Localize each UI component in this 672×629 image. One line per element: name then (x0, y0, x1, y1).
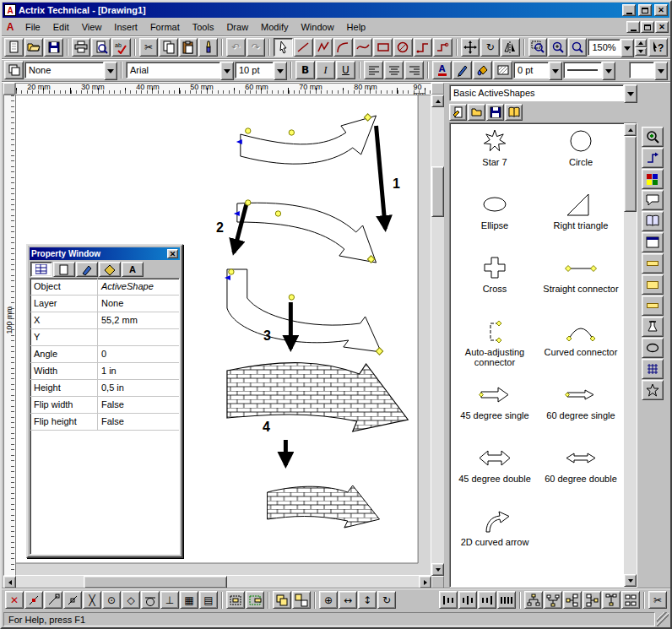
grid-strip-button[interactable] (642, 359, 664, 379)
help-pointer-button[interactable]: ? (648, 38, 668, 57)
zoom-combo[interactable]: 150% (588, 39, 634, 56)
font-color-button[interactable]: A (432, 61, 452, 79)
layer-value[interactable]: None (24, 62, 104, 79)
scroll-down-button[interactable] (624, 574, 637, 587)
structure-tree-button-5[interactable] (602, 591, 621, 609)
line-style-value[interactable] (563, 62, 602, 79)
title-bar[interactable]: A Actrix Technical - [Drawing1] ✕ (3, 3, 669, 18)
library-combo[interactable]: Basic ActiveShapes (449, 84, 637, 101)
line-end-value[interactable] (629, 62, 654, 79)
rotate-90-button[interactable]: ↻ (377, 591, 396, 609)
flask-strip-button[interactable] (642, 317, 664, 337)
property-window-titlebar[interactable]: Property Window ✕ (30, 247, 180, 260)
zoom-dropdown-button[interactable] (621, 39, 634, 57)
fill-color-button[interactable] (473, 61, 492, 79)
close-button[interactable]: ✕ (654, 4, 668, 16)
font-dropdown-button[interactable] (220, 62, 234, 80)
property-row[interactable]: Angle0 (30, 346, 179, 363)
layers-button[interactable] (4, 61, 24, 79)
format-painter-button[interactable] (198, 38, 218, 57)
font-size-combo[interactable]: 10 pt (235, 62, 287, 79)
doc-close-button[interactable]: ✕ (655, 21, 669, 33)
menu-modify[interactable]: Modify (255, 20, 294, 34)
print-button[interactable] (72, 38, 91, 57)
callout-button[interactable] (642, 190, 664, 210)
library-book-button[interactable] (505, 104, 523, 121)
pen-color-button[interactable] (453, 61, 472, 79)
scroll-thumb[interactable] (431, 166, 444, 217)
menu-file[interactable]: File (19, 20, 46, 34)
elbow-connector-tool-button[interactable] (433, 38, 453, 57)
pan-button[interactable] (461, 38, 480, 57)
shape-list-scrollbar[interactable] (624, 123, 637, 587)
ellipse-strip-button[interactable] (642, 338, 664, 358)
library-save-button[interactable] (486, 104, 504, 121)
property-row[interactable]: Width1 in (30, 363, 179, 380)
app-icon[interactable]: A (4, 4, 16, 16)
grid-toggle-button[interactable]: ▤ (199, 591, 218, 609)
shape-item-auto-adjusting-connector[interactable]: Auto-adjusting connector (452, 317, 538, 380)
distribute-right-button[interactable] (478, 591, 496, 609)
shape-item-curved-connector[interactable]: Curved connector (538, 317, 624, 380)
snap-midpoint-button[interactable] (63, 591, 82, 609)
align-horizontal-button[interactable]: ↔ (339, 591, 357, 609)
property-row[interactable]: LayerNone (30, 296, 179, 312)
canvas-vertical-scrollbar[interactable] (431, 95, 444, 576)
rectangle-tool-button[interactable] (373, 38, 393, 57)
snap-intersection-button[interactable]: ╳ (83, 591, 101, 609)
library-open-button[interactable] (468, 104, 485, 121)
bar-strip-button-3[interactable] (642, 296, 664, 316)
circle-tool-button[interactable] (393, 38, 413, 57)
group-button[interactable] (273, 591, 291, 609)
line-style-dropdown-button[interactable] (602, 62, 615, 80)
align-center-shape-button[interactable]: ⊕ (319, 591, 338, 609)
menu-insert[interactable]: Insert (108, 20, 144, 34)
shape-item-right-triangle[interactable]: Right triangle (538, 190, 624, 253)
line-width-dropdown-button[interactable] (549, 62, 562, 80)
spelling-button[interactable]: ab (111, 38, 131, 57)
select-crossing-button[interactable] (246, 591, 264, 609)
shape-item-45-degree-double[interactable]: 45 degree double (452, 443, 538, 507)
doc-restore-button[interactable] (641, 21, 654, 33)
underline-button[interactable]: U (336, 61, 355, 79)
structure-tree-button-2[interactable] (544, 591, 562, 609)
book-strip-button[interactable] (642, 211, 664, 231)
hatch-button[interactable] (493, 61, 512, 79)
color-grid-button[interactable] (642, 169, 664, 189)
tab-page[interactable] (53, 262, 75, 277)
distribute-center-button[interactable] (458, 591, 477, 609)
line-end-combo[interactable] (629, 62, 668, 79)
distribute-left-button[interactable] (439, 591, 458, 609)
snap-quadrant-button[interactable]: ◇ (122, 591, 140, 609)
connector-tool-button[interactable] (414, 38, 433, 57)
open-button[interactable] (24, 38, 44, 57)
doc-minimize-button[interactable] (626, 21, 640, 33)
maximize-button[interactable] (638, 4, 652, 16)
property-row[interactable]: Y (30, 329, 179, 346)
print-preview-button[interactable] (91, 38, 111, 57)
tab-properties[interactable] (30, 262, 52, 277)
align-vertical-button[interactable]: ↕ (358, 591, 377, 609)
scroll-thumb[interactable] (84, 576, 227, 588)
tab-pen[interactable] (76, 262, 98, 277)
paste-button[interactable] (179, 38, 198, 57)
scroll-up-button[interactable] (624, 123, 637, 136)
menu-help[interactable]: Help (341, 20, 372, 34)
property-row[interactable]: Flip heightFalse (30, 414, 179, 431)
zoom-window-button[interactable] (528, 38, 548, 57)
align-right-button[interactable] (404, 61, 424, 79)
scroll-down-button[interactable] (431, 563, 444, 576)
menu-window[interactable]: Window (295, 20, 339, 34)
copy-button[interactable] (159, 38, 178, 57)
font-combo[interactable]: Arial (126, 62, 234, 79)
menu-draw[interactable]: Draw (220, 20, 254, 34)
snap-grid-button[interactable]: ▦ (180, 591, 198, 609)
menu-tools[interactable]: Tools (187, 20, 220, 34)
line-tool-button[interactable] (294, 38, 313, 57)
shape-item-star7[interactable]: Star 7 (452, 127, 538, 190)
redo-button[interactable]: ↷ (247, 38, 266, 57)
shape-item-60-degree-single[interactable]: 60 degree single (538, 380, 624, 443)
shape-item-circle[interactable]: Circle (538, 127, 624, 190)
library-dropdown-button[interactable] (624, 84, 637, 103)
canvas-horizontal-scrollbar[interactable] (3, 576, 431, 588)
